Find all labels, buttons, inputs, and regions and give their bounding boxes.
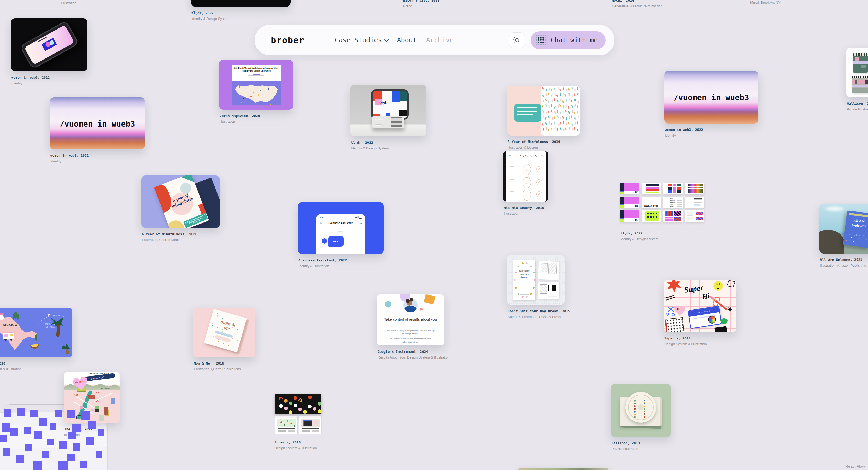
mural-square[interactable] bbox=[17, 408, 25, 416]
project-title[interactable]: Mom & Me , 2016 bbox=[194, 362, 241, 365]
project-title[interactable]: Coinbase Assistant, 2022 bbox=[299, 258, 347, 262]
project-card-mom-and-me[interactable]: mom & me bbox=[193, 308, 255, 357]
mural-square[interactable] bbox=[50, 423, 56, 430]
project-title[interactable]: tl;dr, 2022 bbox=[620, 231, 658, 235]
project-canvas[interactable]: tl;dr, 2022 Identity & Design System wom… bbox=[0, 0, 868, 470]
project-label-women-in-web3-gradient-right: women in web3, 2022 Identity bbox=[665, 128, 703, 137]
project-subtitle: Design System & Illustration bbox=[664, 342, 707, 346]
mural-square[interactable] bbox=[96, 451, 102, 458]
project-title[interactable]: Don't Quit Your Day Dream, 2015 bbox=[508, 309, 570, 313]
project-title[interactable]: women in web3, 2022 bbox=[51, 154, 89, 157]
project-label-dont-quit-your-day-dream: Don't Quit Your Day Dream, 2015 Author &… bbox=[508, 309, 570, 319]
nav-archive[interactable]: Archive bbox=[426, 36, 454, 44]
nav-case-studies[interactable]: Case Studies bbox=[335, 36, 388, 44]
mural-square[interactable] bbox=[68, 432, 76, 439]
mural-square[interactable] bbox=[82, 411, 90, 420]
mural-square[interactable] bbox=[42, 451, 49, 458]
chat-with-me-button[interactable]: Chat with me bbox=[531, 31, 606, 49]
project-card-superhi-site[interactable] bbox=[274, 392, 322, 436]
project-title[interactable]: All Are Welcome, 2021 bbox=[820, 258, 866, 262]
react-flow-attribution[interactable]: React Flow bbox=[845, 464, 865, 468]
mural-square[interactable] bbox=[0, 435, 7, 442]
project-card-gallison-box[interactable] bbox=[846, 48, 868, 97]
mural-square[interactable] bbox=[72, 443, 81, 451]
project-card-mia-mia-beauty[interactable]: How much makeup do you typically wear? ✓… bbox=[503, 151, 548, 201]
journal-spread bbox=[507, 86, 580, 135]
mural-square[interactable] bbox=[30, 410, 38, 417]
mural-square[interactable] bbox=[67, 454, 75, 461]
momme-book: mom & me bbox=[193, 308, 255, 357]
project-title[interactable]: Walmart, 2020 bbox=[0, 362, 22, 365]
project-label-a-year-of-minfulness: A Year of Minfulness, 2019 Illustration … bbox=[508, 140, 560, 149]
mural-square[interactable] bbox=[16, 455, 24, 463]
project-title[interactable]: Mia Mia Beauty, 2016 bbox=[504, 206, 544, 210]
project-title[interactable]: tl;dr, 2022 bbox=[191, 11, 229, 15]
project-card-tldr-slides[interactable]: 03 04 Aeonik FonoLight Regular Medium Bo… bbox=[620, 183, 704, 227]
mural-square[interactable] bbox=[2, 423, 10, 432]
mural-square[interactable] bbox=[47, 439, 54, 445]
project-card-dont-quit-your-day-dream[interactable]: don't quit your day dream bbox=[507, 255, 564, 305]
project-subtitle: Identity & Design System bbox=[191, 17, 229, 21]
project-card-women-in-web3-gradient-right[interactable]: /vuomen in wueb3 bbox=[664, 71, 758, 124]
mural-square[interactable] bbox=[59, 461, 68, 470]
project-title[interactable]: Bison Trails, 2021 bbox=[403, 0, 439, 2]
project-card-tldr-tv[interactable]: tl;d, bbox=[350, 85, 426, 136]
project-title[interactable]: A Year of Minfulness, 2019 bbox=[508, 140, 560, 144]
project-title[interactable]: Google x Instrument, 2024 bbox=[378, 350, 450, 353]
project-title[interactable]: women in web3, 2022 bbox=[11, 75, 50, 80]
project-card-a-year-of-minfulness[interactable] bbox=[507, 86, 580, 135]
project-card-a-year-of-mindfulness-book[interactable]: a year of mindfulness A 52-Week Guided J… bbox=[141, 176, 220, 228]
mural-square[interactable] bbox=[81, 461, 87, 468]
project-card-walmart-mexico[interactable]: PACIFIC OCEAN GULF OF MEXICO MEXICO bbox=[0, 308, 72, 357]
site-logo[interactable]: brober bbox=[271, 35, 305, 45]
project-title[interactable]: Gallison, 2019 bbox=[612, 441, 640, 445]
project-title[interactable]: A Year of Mindfulness, 2019 bbox=[142, 232, 196, 236]
project-title[interactable]: SuperHi, 2019 bbox=[274, 440, 317, 444]
floating-project-label: Mural, Brooklyn, NY bbox=[750, 1, 780, 4]
mural-square[interactable] bbox=[39, 418, 47, 426]
project-card-superhi-doodles[interactable]: Super Hi H ! Ü HI! my name is bbox=[664, 280, 736, 332]
project-label-gallison-box: Gallison, 2019 Puzzle Illustration bbox=[847, 101, 868, 111]
mural-square[interactable] bbox=[55, 410, 62, 417]
mural-square[interactable] bbox=[33, 461, 42, 470]
project-card-all-are-welcome[interactable]: All Are Welcome a NOVEL bbox=[819, 203, 868, 254]
mural-square[interactable] bbox=[3, 448, 10, 456]
nav-about[interactable]: About bbox=[397, 36, 416, 44]
project-card-tldr-top[interactable] bbox=[191, 0, 291, 7]
project-card-google-x-instrument[interactable]: Take control of results about you We're … bbox=[377, 294, 444, 345]
project-subtitle: Generative 3D sculture of my dog bbox=[612, 4, 662, 8]
project-label-women-in-web3-gradient-left: women in web3, 2022 Identity bbox=[51, 154, 89, 163]
project-subtitle: Illustration bbox=[61, 1, 76, 5]
project-card-coinbase-assistant[interactable]: 3:57 ← Coinbase Assistant ••• TODAY ••• bbox=[298, 202, 383, 254]
project-card-women-in-web3-phone[interactable] bbox=[11, 18, 88, 71]
mural-square[interactable] bbox=[86, 437, 94, 445]
project-title[interactable]: Gallison, 2019 bbox=[847, 101, 868, 105]
project-label-oprah-magazine: Oprah Magazine, 2020 Illustration bbox=[220, 114, 260, 124]
project-title[interactable]: SuperHi, 2019 bbox=[664, 336, 707, 340]
mural-square[interactable] bbox=[88, 421, 96, 429]
project-title[interactable]: tl;dr, 2022 bbox=[351, 140, 389, 145]
project-label-mia-mia-beauty: Mia Mia Beauty, 2016 Illustration bbox=[504, 206, 544, 215]
project-card-women-in-web3-gradient-left[interactable]: /vuomen in wueb3 bbox=[50, 97, 145, 149]
mural-square[interactable] bbox=[24, 427, 31, 435]
project-label-coinbase-assistant: Coinbase Assistant, 2022 Identity & Illu… bbox=[299, 258, 347, 268]
theme-toggle-button[interactable] bbox=[509, 32, 525, 48]
mural-square[interactable] bbox=[25, 444, 32, 451]
mural-square[interactable] bbox=[72, 424, 81, 432]
project-card-bottom-card-sliver[interactable] bbox=[518, 468, 609, 470]
project-label-google-x-instrument: Google x Instrument, 2024 Results About … bbox=[378, 350, 450, 359]
mural-square[interactable] bbox=[67, 410, 75, 418]
mural-square[interactable] bbox=[10, 428, 18, 436]
project-title[interactable]: Oprah Magazine, 2020 bbox=[220, 114, 260, 118]
mural-square[interactable] bbox=[98, 429, 104, 436]
project-card-gallison-plate[interactable] bbox=[611, 384, 671, 437]
project-title[interactable]: Mochi, 2024 bbox=[612, 0, 662, 2]
mural-square[interactable] bbox=[59, 441, 67, 448]
mural-square[interactable] bbox=[4, 409, 11, 417]
project-label-a-year-of-mindfulness-book: A Year of Mindfulness, 2019 Illustration… bbox=[142, 232, 196, 242]
project-subtitle: Brand bbox=[403, 4, 439, 8]
project-label-gallison-plate: Gallison, 2019 Puzzle Illustration bbox=[612, 441, 640, 451]
mural-square[interactable] bbox=[34, 431, 42, 439]
project-card-oprah-magazine[interactable]: 125 Black-Owned Bookstores in America Th… bbox=[219, 60, 293, 110]
project-title[interactable]: women in web3, 2022 bbox=[665, 128, 703, 132]
